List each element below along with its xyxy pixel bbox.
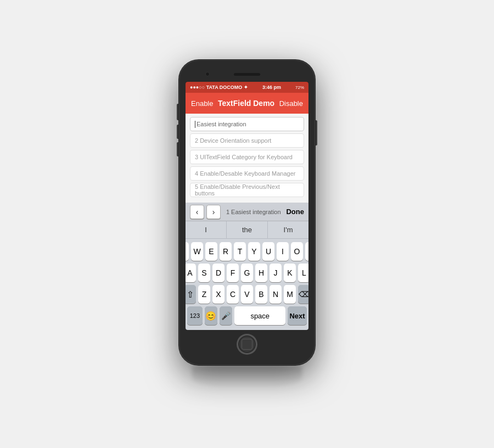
volume-down-button[interactable]: [177, 142, 178, 156]
key-f[interactable]: F: [227, 264, 239, 282]
backspace-icon: ⌫: [299, 290, 308, 299]
disable-button[interactable]: Disable: [279, 99, 303, 108]
numbers-key[interactable]: 123: [187, 306, 203, 325]
key-row-3: ⇧ Z X C V B N M ⌫: [187, 285, 307, 304]
home-button-inner: [242, 339, 252, 350]
key-y[interactable]: Y: [248, 242, 260, 261]
next-field-button[interactable]: ›: [206, 205, 221, 219]
status-bar: ●●●○○ TATA DOCOMO ✦ 3:46 pm 72%: [186, 82, 308, 93]
front-camera: [205, 72, 210, 76]
key-t[interactable]: T: [234, 242, 246, 261]
key-m[interactable]: M: [284, 285, 296, 304]
key-g[interactable]: G: [241, 264, 253, 282]
battery-label: 72%: [295, 85, 304, 90]
done-button[interactable]: Done: [286, 208, 304, 216]
key-r[interactable]: R: [220, 242, 232, 261]
scene: ●●●○○ TATA DOCOMO ✦ 3:46 pm 72% Enable T…: [179, 60, 315, 388]
key-s[interactable]: S: [198, 264, 210, 282]
navigation-bar: Enable TextField Demo Disable: [186, 93, 308, 114]
mute-button[interactable]: [177, 104, 178, 120]
next-key[interactable]: Next: [288, 306, 307, 325]
text-field-3-label: 3 UITextField Category for Keyboard: [195, 154, 293, 160]
key-x[interactable]: X: [212, 285, 224, 304]
phone-reflection: [192, 366, 302, 388]
key-l[interactable]: L: [298, 264, 308, 282]
toolbar-navigation: ‹ ›: [190, 205, 221, 219]
power-button[interactable]: [316, 120, 317, 145]
enable-button[interactable]: Enable: [191, 99, 213, 108]
screen-title: TextField Demo: [218, 99, 274, 108]
key-c[interactable]: C: [227, 285, 239, 304]
predictive-text-bar: I the I'm: [186, 221, 308, 239]
key-n[interactable]: N: [270, 285, 282, 304]
key-i[interactable]: I: [277, 242, 289, 261]
phone-bottom: [186, 330, 308, 359]
space-key[interactable]: space: [234, 306, 285, 325]
microphone-icon: 🎤: [221, 311, 231, 320]
key-j[interactable]: J: [270, 264, 282, 282]
predictive-word-3[interactable]: I'm: [268, 221, 308, 238]
key-e[interactable]: E: [205, 242, 217, 261]
key-o[interactable]: O: [291, 242, 303, 261]
predictive-word-2[interactable]: the: [227, 221, 268, 238]
text-field-1[interactable]: Easiest integration: [190, 117, 304, 131]
key-u[interactable]: U: [262, 242, 274, 261]
key-z[interactable]: Z: [198, 285, 210, 304]
key-w[interactable]: W: [191, 242, 203, 261]
key-a[interactable]: A: [186, 264, 196, 282]
key-v[interactable]: V: [241, 285, 253, 304]
shift-key[interactable]: ⇧: [186, 285, 196, 304]
content-area: Easiest integration 2 Device Orientation…: [186, 114, 308, 203]
text-field-5-label: 5 Enable/Disable Previous/Next buttons: [195, 183, 299, 197]
backspace-key[interactable]: ⌫: [298, 285, 308, 304]
keyboard-toolbar: ‹ › 1 Easiest integration Done: [186, 203, 308, 221]
key-d[interactable]: D: [212, 264, 224, 282]
shift-icon: ⇧: [187, 289, 194, 300]
emoji-icon: 😊: [205, 311, 216, 321]
text-field-4[interactable]: 4 Enable/Desable Keyboard Manager: [190, 166, 304, 181]
text-field-5[interactable]: 5 Enable/Disable Previous/Next buttons: [190, 183, 304, 197]
text-field-2[interactable]: 2 Device Orientation support: [190, 133, 304, 148]
key-h[interactable]: H: [255, 264, 267, 282]
key-p[interactable]: P: [305, 242, 308, 261]
key-q[interactable]: Q: [186, 242, 189, 261]
key-row-2: A S D F G H J K L: [187, 264, 307, 282]
prev-chevron-icon: ‹: [196, 208, 199, 216]
home-button[interactable]: [237, 334, 257, 354]
emoji-key[interactable]: 😊: [205, 306, 217, 325]
next-chevron-icon: ›: [212, 208, 215, 216]
text-field-1-label: Easiest integration: [197, 121, 246, 127]
key-k[interactable]: K: [284, 264, 296, 282]
predictive-word-2-text: the: [242, 226, 252, 234]
carrier-label: ●●●○○ TATA DOCOMO ✦: [190, 85, 248, 90]
toolbar-field-name: 1 Easiest integration: [226, 209, 281, 215]
cursor: [195, 121, 195, 128]
text-field-4-label: 4 Enable/Desable Keyboard Manager: [195, 170, 295, 177]
key-row-1: Q W E R T Y U I O P: [187, 242, 307, 261]
phone-top: [186, 66, 308, 82]
key-b[interactable]: B: [255, 285, 267, 304]
earpiece-speaker: [234, 73, 260, 76]
text-field-2-label: 2 Device Orientation support: [195, 137, 271, 144]
keyboard: Q W E R T Y U I O P A S D F G: [186, 239, 308, 330]
phone-device: ●●●○○ TATA DOCOMO ✦ 3:46 pm 72% Enable T…: [179, 60, 315, 365]
prev-field-button[interactable]: ‹: [190, 205, 204, 219]
key-row-4: 123 😊 🎤 space Next: [187, 306, 307, 325]
predictive-word-1[interactable]: I: [186, 221, 227, 238]
volume-up-button[interactable]: [177, 125, 178, 139]
screen: ●●●○○ TATA DOCOMO ✦ 3:46 pm 72% Enable T…: [186, 82, 308, 330]
predictive-word-1-text: I: [205, 226, 207, 234]
time-label: 3:46 pm: [262, 85, 281, 90]
microphone-key[interactable]: 🎤: [220, 306, 232, 325]
text-field-3[interactable]: 3 UITextField Category for Keyboard: [190, 150, 304, 164]
predictive-word-3-text: I'm: [284, 226, 293, 234]
